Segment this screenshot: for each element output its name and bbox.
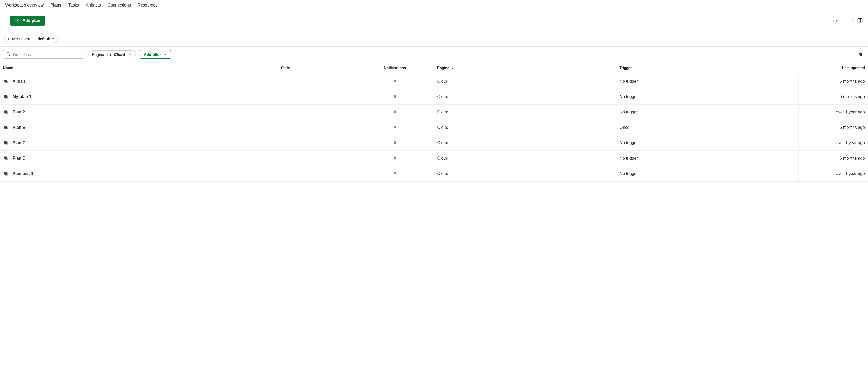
svg-point-6 xyxy=(7,53,9,55)
cell-notifications[interactable] xyxy=(356,135,434,151)
cell-notifications[interactable] xyxy=(356,74,434,89)
cell-state xyxy=(278,105,356,120)
cell-engine: Cloud xyxy=(434,151,616,166)
search-input[interactable] xyxy=(13,52,81,57)
cell-last-updated: 6 months ago xyxy=(799,120,868,135)
svg-line-7 xyxy=(9,55,10,56)
cell-engine: Cloud xyxy=(434,135,616,151)
remove-filter-button[interactable]: ✕ xyxy=(129,52,132,56)
plan-icon xyxy=(3,125,9,130)
filter-op: In xyxy=(107,52,111,57)
tab-resources[interactable]: Resources xyxy=(137,0,157,10)
bell-icon xyxy=(393,94,397,99)
cell-last-updated: over 1 year ago xyxy=(799,135,868,151)
col-last-updated[interactable]: Last updated xyxy=(799,62,868,74)
cell-last-updated: 5 months ago xyxy=(799,74,868,89)
add-plan-button[interactable]: Add plan xyxy=(10,16,45,26)
plus-circle-icon xyxy=(15,18,20,23)
cell-engine: Cloud xyxy=(434,120,616,135)
col-notifications[interactable]: Notifications xyxy=(356,62,434,74)
col-trigger[interactable]: Trigger xyxy=(616,62,798,74)
bell-icon xyxy=(393,171,397,176)
results-count: 7 results xyxy=(833,19,848,23)
cell-engine: Cloud xyxy=(434,105,616,120)
cell-state xyxy=(278,74,356,89)
cell-notifications[interactable] xyxy=(356,89,434,105)
plan-name: Plan 2 xyxy=(12,110,25,115)
chevron-down-icon xyxy=(163,52,167,56)
plan-icon xyxy=(3,109,9,115)
cell-state xyxy=(278,135,356,151)
tab-plans[interactable]: Plans xyxy=(50,0,62,10)
add-filter-button[interactable]: Add filter xyxy=(140,50,171,59)
cell-state xyxy=(278,120,356,135)
cell-notifications[interactable] xyxy=(356,166,434,181)
cell-trigger: No trigger xyxy=(616,135,798,151)
environment-selector[interactable]: Environment default ▾ xyxy=(4,35,58,43)
trash-icon xyxy=(858,51,863,57)
divider: | xyxy=(851,18,853,24)
table-row[interactable]: Plan DCloudNo trigger6 months ago xyxy=(0,151,868,166)
col-engine[interactable]: Engine ▲ xyxy=(434,62,616,74)
table-row[interactable]: Plan 2CloudNo triggerover 1 year ago xyxy=(0,105,868,120)
table-row[interactable]: Plan CCloudNo triggerover 1 year ago xyxy=(0,135,868,151)
environment-row: Environment default ▾ xyxy=(0,31,868,47)
cell-engine: Cloud xyxy=(434,74,616,89)
cell-notifications[interactable] xyxy=(356,105,434,120)
chevron-down-icon: ▾ xyxy=(52,37,54,40)
cell-state xyxy=(278,151,356,166)
add-plan-label: Add plan xyxy=(23,18,40,23)
table-row[interactable]: Plan test 1CloudNo triggerover 1 year ag… xyxy=(0,166,868,181)
cell-notifications[interactable] xyxy=(356,120,434,135)
filter-row: Engine In Cloud ✕ Add filter xyxy=(0,47,868,62)
table-row[interactable]: Plan BCloudOnce6 months ago xyxy=(0,120,868,135)
columns-button[interactable] xyxy=(857,18,863,24)
filter-value: Cloud xyxy=(114,52,125,57)
svg-rect-8 xyxy=(860,52,862,52)
plan-name: My plan 1 xyxy=(12,94,32,99)
cell-trigger: No trigger xyxy=(616,89,798,105)
cell-engine: Cloud xyxy=(434,89,616,105)
plan-icon xyxy=(3,171,9,177)
cell-trigger: Once xyxy=(616,120,798,135)
tab-connections[interactable]: Connections xyxy=(107,0,131,10)
cell-state xyxy=(278,166,356,181)
cell-state xyxy=(278,89,356,105)
plan-name: Plan D xyxy=(12,156,26,161)
plan-icon xyxy=(3,94,9,100)
cell-notifications[interactable] xyxy=(356,151,434,166)
cell-last-updated: 6 months ago xyxy=(799,89,868,105)
filter-field: Engine xyxy=(92,52,104,57)
plan-name: Plan C xyxy=(12,141,26,145)
bell-icon xyxy=(393,125,397,130)
plan-name: Plan test 1 xyxy=(12,171,33,176)
add-filter-label: Add filter xyxy=(144,52,161,57)
tab-artifacts[interactable]: Artifacts xyxy=(86,0,101,10)
svg-rect-3 xyxy=(858,18,862,22)
tab-workspace-overview[interactable]: Workspace overview xyxy=(5,0,43,10)
clear-filters-button[interactable] xyxy=(858,51,863,57)
cell-trigger: No trigger xyxy=(616,105,798,120)
search-box[interactable] xyxy=(3,50,84,59)
cell-trigger: No trigger xyxy=(616,166,798,181)
cell-last-updated: over 1 year ago xyxy=(799,166,868,181)
col-state[interactable]: State xyxy=(278,62,356,74)
plans-table: Name State Notifications Engine ▲ Trigge… xyxy=(0,62,868,181)
filter-chip-engine[interactable]: Engine In Cloud ✕ xyxy=(88,50,136,58)
plan-name: A plan xyxy=(12,79,25,84)
environment-value: default xyxy=(37,36,50,41)
table-row[interactable]: My plan 1CloudNo trigger6 months ago xyxy=(0,89,868,105)
table-row[interactable]: A planCloudNo trigger5 months ago xyxy=(0,74,868,89)
sort-asc-icon: ▲ xyxy=(452,67,454,70)
plan-icon xyxy=(3,155,9,161)
bell-icon xyxy=(393,110,397,115)
col-name[interactable]: Name xyxy=(0,62,278,74)
cell-trigger: No trigger xyxy=(616,74,798,89)
cell-trigger: No trigger xyxy=(616,151,798,166)
plan-name: Plan B xyxy=(12,125,26,130)
bell-icon xyxy=(393,156,397,161)
bell-icon xyxy=(393,141,397,145)
tab-tasks[interactable]: Tasks xyxy=(68,0,79,10)
environment-label: Environment xyxy=(4,35,34,42)
cell-last-updated: 6 months ago xyxy=(799,151,868,166)
